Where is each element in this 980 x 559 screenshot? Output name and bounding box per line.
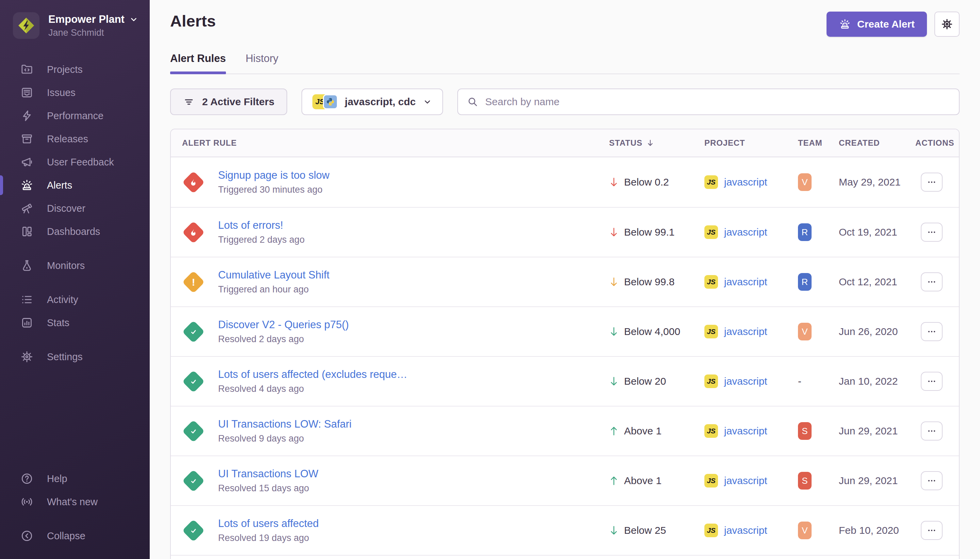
sidebar-item-help[interactable]: Help xyxy=(0,467,150,490)
project-link[interactable]: javascript xyxy=(724,326,767,337)
project-link[interactable]: javascript xyxy=(724,375,767,387)
tab-alert-rules[interactable]: Alert Rules xyxy=(170,53,226,74)
threshold-arrow-icon xyxy=(609,326,619,337)
sidebar-item-dashboards[interactable]: Dashboards xyxy=(0,220,150,243)
sidebar-item-activity[interactable]: Activity xyxy=(0,288,150,311)
project-cell: JS javascript xyxy=(704,374,798,388)
table-row: ! Discover V2 - Queries p75() Resolved 2… xyxy=(171,306,959,356)
sidebar-item-whats-new[interactable]: What's new xyxy=(0,490,150,513)
sidebar-item-label: What's new xyxy=(47,496,98,508)
status-cell: Above 1 xyxy=(609,425,704,437)
project-link[interactable]: javascript xyxy=(724,276,767,288)
alert-rule-link[interactable]: Lots of errors! xyxy=(218,219,305,232)
alert-rule-link[interactable]: Cumulative Layout Shift xyxy=(218,269,329,281)
app-window: Empower Plant Jane Schmidt Projects Issu… xyxy=(0,0,980,559)
row-actions-button[interactable] xyxy=(921,272,942,291)
page-header: Alerts Create Alert xyxy=(170,0,960,37)
created-date: Jun 26, 2020 xyxy=(839,326,916,337)
column-header-status[interactable]: Status xyxy=(609,138,704,148)
created-date: Oct 19, 2021 xyxy=(839,227,916,238)
row-actions-button[interactable] xyxy=(921,422,942,440)
sidebar-item-projects[interactable]: Projects xyxy=(0,58,150,81)
status-cell: Below 20 xyxy=(609,375,704,387)
row-actions-button[interactable] xyxy=(921,471,942,490)
javascript-platform-icon: JS xyxy=(704,325,718,338)
ellipsis-icon xyxy=(927,326,937,337)
gear-icon xyxy=(940,18,954,31)
row-actions-button[interactable] xyxy=(921,372,942,391)
row-actions-button[interactable] xyxy=(921,223,942,242)
team-avatar: R xyxy=(798,273,812,291)
team-cell: R xyxy=(798,223,839,241)
alert-rule-link[interactable]: Discover V2 - Queries p75() xyxy=(218,319,349,331)
sidebar-item-label: Alerts xyxy=(47,180,72,191)
tab-history[interactable]: History xyxy=(246,53,278,74)
alert-rule-status-time: Resolved 4 days ago xyxy=(218,384,408,394)
project-link[interactable]: javascript xyxy=(724,227,767,238)
alert-rule-status-time: Resolved 15 days ago xyxy=(218,483,318,494)
flask-icon xyxy=(20,258,34,273)
alert-settings-button[interactable] xyxy=(934,12,960,37)
alert-rule-status-time: Triggered an hour ago xyxy=(218,284,329,295)
main-content: Alerts Create Alert Alert Rules History … xyxy=(150,0,980,559)
team-avatar: V xyxy=(798,521,812,539)
severity-diamond-icon: ! xyxy=(182,519,205,542)
table-row: ! Lots of errors! Triggered 2 days ago B… xyxy=(171,207,959,257)
org-switcher[interactable]: Empower Plant Jane Schmidt xyxy=(0,10,150,39)
table-row-partial xyxy=(171,555,959,559)
search-input[interactable] xyxy=(485,96,950,108)
active-filters-button[interactable]: 2 Active Filters xyxy=(170,89,287,115)
team-cell: V xyxy=(798,521,839,539)
archive-icon xyxy=(20,132,34,146)
sidebar-item-collapse[interactable]: Collapse xyxy=(0,524,150,547)
alert-rule-link[interactable]: UI Transactions LOW xyxy=(218,468,318,480)
sidebar-item-label: Activity xyxy=(47,294,78,305)
status-threshold: Below 25 xyxy=(624,524,666,536)
check-icon xyxy=(188,426,198,436)
project-link[interactable]: javascript xyxy=(724,524,767,536)
status-threshold: Above 1 xyxy=(624,425,662,437)
alert-rule-link[interactable]: UI Transactions LOW: Safari xyxy=(218,418,351,430)
org-logo xyxy=(13,12,40,39)
chevron-down-icon xyxy=(422,97,432,107)
severity-diamond-icon: ! xyxy=(182,171,205,194)
sidebar-item-label: Projects xyxy=(47,64,82,75)
sidebar-item-discover[interactable]: Discover xyxy=(0,197,150,220)
project-cell: JS javascript xyxy=(704,474,798,488)
team-avatar: S xyxy=(798,422,812,440)
sidebar-item-monitors[interactable]: Monitors xyxy=(0,254,150,277)
project-filter-dropdown[interactable]: JS javascript, cdc xyxy=(302,89,443,115)
row-actions-button[interactable] xyxy=(921,322,942,341)
threshold-arrow-icon xyxy=(609,376,619,387)
team-cell: - xyxy=(798,375,839,387)
project-link[interactable]: javascript xyxy=(724,425,767,437)
project-link[interactable]: javascript xyxy=(724,176,767,188)
created-date: Oct 12, 2021 xyxy=(839,276,916,288)
sidebar-item-settings[interactable]: Settings xyxy=(0,345,150,368)
sidebar-item-alerts[interactable]: Alerts xyxy=(0,174,150,197)
status-threshold: Below 0.2 xyxy=(624,176,669,188)
sidebar-item-user-feedback[interactable]: User Feedback xyxy=(0,150,150,174)
siren-icon xyxy=(20,178,34,192)
sidebar-item-label: Collapse xyxy=(47,531,86,542)
project-link[interactable]: javascript xyxy=(724,475,767,486)
status-cell: Above 1 xyxy=(609,475,704,486)
sidebar-item-label: Stats xyxy=(47,317,69,329)
sidebar: Empower Plant Jane Schmidt Projects Issu… xyxy=(0,0,150,559)
row-actions-button[interactable] xyxy=(921,173,942,192)
project-cell: JS javascript xyxy=(704,275,798,289)
alert-rule-link[interactable]: Signup page is too slow xyxy=(218,169,329,182)
row-actions-button[interactable] xyxy=(921,521,942,540)
alert-rules-table: Alert Rule Status Project Team Created A… xyxy=(170,129,960,559)
status-threshold: Below 99.8 xyxy=(624,276,675,288)
alert-rule-link[interactable]: Lots of users affected xyxy=(218,518,319,530)
create-alert-button[interactable]: Create Alert xyxy=(827,12,927,37)
created-date: Jan 10, 2022 xyxy=(839,375,916,387)
sidebar-item-issues[interactable]: Issues xyxy=(0,81,150,104)
sidebar-item-performance[interactable]: Performance xyxy=(0,104,150,127)
sidebar-item-releases[interactable]: Releases xyxy=(0,127,150,150)
alert-rule-link[interactable]: Lots of users affected (excludes reque… xyxy=(218,368,408,380)
status-threshold: Below 99.1 xyxy=(624,227,675,238)
sidebar-item-stats[interactable]: Stats xyxy=(0,311,150,334)
filter-bar: 2 Active Filters JS javascript, cdc xyxy=(170,89,960,115)
